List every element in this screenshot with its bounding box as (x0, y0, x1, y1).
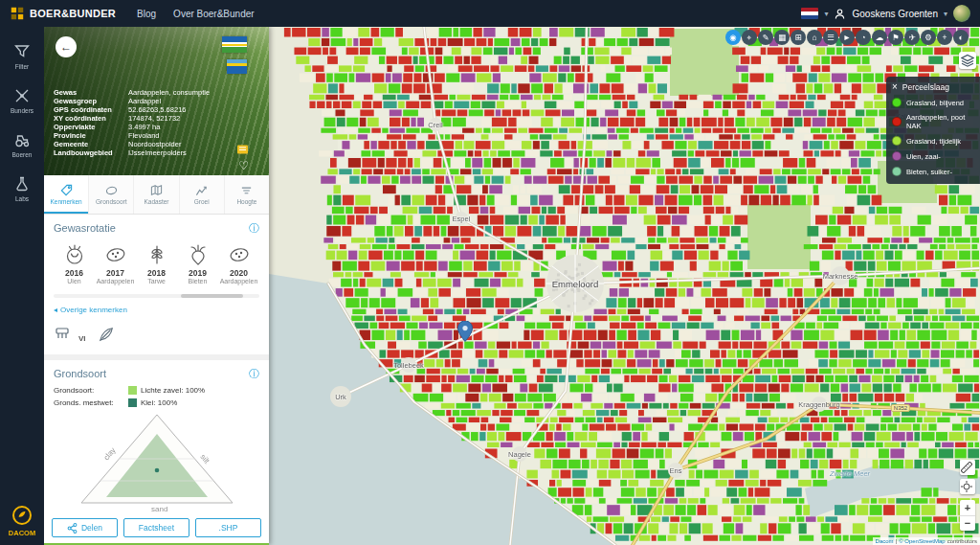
sidebar-item-bunders[interactable]: Bunders (0, 79, 44, 123)
attribution-osm-link[interactable]: © OpenStreetMap (899, 538, 945, 544)
seeder-icon[interactable] (54, 324, 73, 343)
legend-item-aardappelen-poot[interactable]: Aardappelen, poot NAK (892, 113, 974, 130)
rotation-item-2019[interactable]: 2019 Bieten (177, 241, 218, 284)
rotation-crop: Tarwe (147, 278, 166, 284)
back-button[interactable]: ← (56, 36, 77, 57)
legend-title: Perceelslaag (902, 82, 949, 92)
tab-grondsoort[interactable]: Grondsoort (89, 175, 134, 214)
legend-item-bieten-suiker[interactable]: Bieten, suiker- (892, 167, 974, 176)
rotation-item-2017[interactable]: 2017 Aardappelen (95, 241, 136, 284)
share-label: Delen (81, 523, 102, 533)
vi-badge[interactable]: VI (78, 334, 86, 343)
zoom-out-button[interactable]: − (960, 515, 975, 531)
field-row: GewasgroepAardappel (54, 97, 210, 105)
sidebar-item-boeren[interactable]: Boeren (0, 123, 44, 167)
legend-dot (892, 167, 902, 176)
overige-kenmerken-link[interactable]: ◂ Overige kenmerken (54, 306, 259, 314)
map-marker[interactable] (457, 321, 473, 342)
language-flag-icon[interactable] (801, 8, 818, 19)
brand-name: BOER&BUNDER (30, 8, 116, 19)
soil-swatch (128, 386, 137, 395)
forward-tool-icon[interactable]: ► (839, 30, 855, 45)
locate-button[interactable] (960, 479, 975, 494)
triangle-axis-clay: clay (101, 446, 117, 463)
nav-blog[interactable]: Blog (137, 9, 156, 19)
cadastre-map-icon (150, 184, 163, 196)
more-link-label: Overige kenmerken (60, 306, 127, 314)
factsheet-button[interactable]: Factsheet (123, 518, 189, 537)
map-canvas[interactable] (269, 27, 980, 545)
rotation-crop: Uien (67, 278, 80, 284)
legend-dot (892, 98, 902, 107)
tab-hoogte[interactable]: Hoogte (225, 175, 269, 214)
map-label-ens: Ens (670, 466, 682, 475)
contrast-tool-icon[interactable]: ◐ (953, 30, 969, 45)
list-tool-icon[interactable]: ☰ (823, 30, 838, 45)
potato-icon (103, 241, 128, 266)
clouds-tool-icon[interactable]: ☁ (872, 30, 887, 45)
buildings-tool-icon[interactable]: ⌂ (807, 30, 822, 45)
legend-item-grasland-blijvend[interactable]: Grasland, blijvend (892, 98, 974, 107)
legend-label: Aardappelen, poot NAK (906, 113, 974, 130)
sidebar-item-labs[interactable]: Labs (0, 167, 44, 211)
close-icon[interactable]: × (892, 82, 898, 92)
nav-over-boerbunder[interactable]: Over Boer&Bunder (173, 9, 255, 19)
settings-tool-icon[interactable]: ⚙ (921, 30, 936, 45)
add-tool-icon[interactable]: + (937, 30, 952, 45)
rotation-item-2016[interactable]: 2016 Uien (54, 241, 95, 284)
rotation-crop: Aardappelen (220, 278, 258, 284)
map-label-creil: Creil (428, 121, 442, 129)
brand[interactable]: BOER&BUNDER (10, 6, 116, 21)
locate-tool-icon[interactable]: ⌖ (742, 30, 757, 45)
select-tool-icon[interactable]: ◉ (725, 30, 741, 45)
legend-label: Bieten, suiker- (906, 168, 952, 176)
legend-dot (892, 117, 902, 126)
history-tool-icon[interactable]: ◔ (856, 30, 871, 45)
dacom-logo[interactable]: DACOM (9, 504, 35, 537)
share-button[interactable]: Delen (52, 518, 118, 537)
layers-button[interactable] (959, 52, 976, 69)
favorite-icon[interactable]: ♡ (238, 159, 249, 172)
tab-kadaster[interactable]: Kadaster (134, 175, 179, 214)
measure-button[interactable] (960, 460, 975, 475)
parcel-photo: ← GewasAardappelen, consumptie Gewasgroe… (44, 27, 269, 175)
field-label: Gewas (54, 88, 128, 97)
scrollbar-thumb[interactable] (181, 294, 243, 298)
field-label: Landbouwgebied (54, 148, 128, 157)
field-label: GPS coördinaten (54, 105, 128, 114)
parcels-tool-icon[interactable]: ▦ (774, 30, 790, 45)
sidebar-label: Labs (15, 195, 29, 202)
user-name[interactable]: Gooskens Groenten (852, 9, 938, 19)
field-row: Oppervlakte3.4997 ha (54, 123, 210, 131)
parcel-flag-icon[interactable] (236, 144, 249, 155)
legend-item-uien-zaai[interactable]: Uien, zaai- (892, 151, 974, 161)
parcel-panel: ← GewasAardappelen, consumptie Gewasgroe… (44, 27, 269, 545)
info-icon[interactable]: ⓘ (249, 369, 259, 379)
avatar[interactable] (953, 5, 970, 22)
arrow-left-icon: ◂ (54, 306, 57, 314)
crop-rotation-row: 2016 Uien 2017 Aardappelen (54, 241, 259, 284)
bunders-icon (13, 87, 31, 104)
flights-tool-icon[interactable]: ✈ (904, 30, 920, 45)
rotation-item-2018[interactable]: 2018 Tarwe (136, 241, 177, 284)
rotation-year: 2018 (147, 268, 166, 278)
tab-label: Groei (194, 198, 210, 205)
triangle-axis-sand: sand (151, 505, 167, 512)
map-label-zwarte-meer: Zwarte Meer (830, 469, 870, 478)
feather-icon[interactable] (98, 326, 115, 343)
legend-item-grasland-tijdelijk[interactable]: Grasland, tijdelijk (892, 136, 974, 146)
top-right-controls: ▾ Gooskens Groenten ▾ (801, 5, 970, 22)
rotation-item-2020[interactable]: 2020 Aardappelen (218, 241, 259, 284)
tab-groei[interactable]: Groei (180, 175, 225, 214)
tab-kenmerken[interactable]: Kenmerken (44, 175, 89, 214)
beet-icon (186, 241, 211, 266)
attribution-dacom-link[interactable]: Dacom (876, 538, 894, 544)
zoom-in-button[interactable]: + (960, 500, 975, 515)
draw-tool-icon[interactable]: ✎ (758, 30, 773, 45)
compare-tool-icon[interactable]: ⊞ (791, 30, 806, 45)
ruler-icon (961, 462, 972, 473)
report-tool-icon[interactable]: ⚑ (888, 30, 903, 45)
sidebar-item-filter[interactable]: Filter (0, 34, 44, 79)
info-icon[interactable]: ⓘ (249, 223, 259, 234)
shp-download-button[interactable]: .SHP (195, 518, 261, 537)
